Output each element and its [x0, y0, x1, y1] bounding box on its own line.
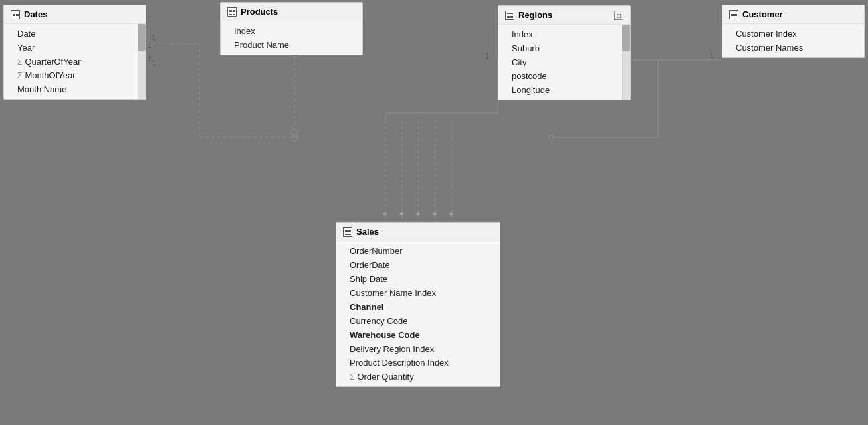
list-item[interactable]: Channel	[336, 300, 500, 314]
svg-text:1: 1	[152, 33, 156, 41]
list-item[interactable]: Index	[221, 24, 362, 38]
svg-text:✶: ✶	[398, 210, 405, 219]
dates-scrollbar[interactable]	[138, 24, 146, 99]
svg-text:✶: ✶	[431, 210, 438, 219]
customer-table-icon	[729, 10, 738, 19]
svg-marker-7	[290, 128, 298, 138]
customer-table-body: Customer Index Customer Names	[722, 24, 864, 57]
svg-text:1: 1	[152, 59, 156, 67]
products-table-header: Products	[221, 3, 362, 21]
svg-text:✶: ✶	[415, 210, 421, 219]
products-table-icon	[227, 7, 237, 17]
svg-point-6	[291, 134, 298, 141]
svg-text:1: 1	[148, 55, 152, 63]
list-item[interactable]: Customer Name Index	[336, 286, 500, 300]
list-item[interactable]: Warehouse Code	[336, 328, 500, 342]
regions-scrollbar[interactable]	[622, 25, 630, 100]
regions-scrollbar-thumb[interactable]	[622, 25, 630, 51]
customer-table: Customer Customer Index Customer Names	[722, 5, 865, 58]
list-item[interactable]: QuarterOfYear	[4, 55, 146, 69]
customer-table-header: Customer	[722, 5, 864, 24]
regions-table-body: Index Suburb City postcode Longitude	[498, 25, 630, 100]
list-item[interactable]: MonthOfYear	[4, 69, 146, 82]
products-table: Products Index Product Name	[220, 2, 363, 55]
list-item[interactable]: Year	[4, 41, 146, 55]
sales-table-icon	[343, 227, 352, 237]
products-table-title: Products	[241, 7, 278, 17]
svg-text:1: 1	[485, 52, 489, 60]
list-item[interactable]: Date	[4, 27, 146, 41]
regions-table-header: Regions □	[498, 6, 630, 25]
list-item[interactable]: Suburb	[498, 41, 630, 55]
sales-table-title: Sales	[356, 227, 379, 237]
regions-table: Regions □ Index Suburb City postcode Lon…	[498, 5, 631, 100]
dates-table-header: Dates	[4, 5, 146, 24]
list-item[interactable]: postcode	[498, 69, 630, 83]
sales-table-header: Sales	[336, 223, 500, 241]
products-table-body: Index Product Name	[221, 21, 362, 55]
dates-table-title: Dates	[24, 9, 47, 19]
svg-text:✶: ✶	[381, 210, 388, 219]
list-item[interactable]: Currency Code	[336, 314, 500, 328]
list-item[interactable]: Longitude	[498, 83, 630, 97]
list-item[interactable]: Ship Date	[336, 272, 500, 286]
dates-scrollbar-thumb[interactable]	[138, 24, 146, 51]
regions-table-icon	[505, 11, 514, 20]
regions-expand-button[interactable]: □	[614, 11, 623, 20]
list-item[interactable]: Month Name	[4, 82, 146, 96]
list-item[interactable]: City	[498, 55, 630, 69]
list-item[interactable]: Index	[498, 27, 630, 41]
sales-table-body: OrderNumber OrderDate Ship Date Customer…	[336, 241, 500, 386]
customer-table-title: Customer	[742, 9, 783, 19]
sales-table: Sales OrderNumber OrderDate Ship Date Cu…	[336, 222, 500, 387]
svg-text:1: 1	[710, 51, 714, 59]
list-item[interactable]: OrderDate	[336, 258, 500, 272]
regions-header-controls: □	[611, 11, 623, 20]
svg-text:✶: ✶	[448, 210, 455, 219]
list-item[interactable]: Product Description Index	[336, 356, 500, 370]
dates-table: Dates Date Year QuarterOfYear MonthOfYea…	[3, 5, 146, 100]
dates-table-icon	[11, 10, 20, 19]
regions-table-title: Regions	[518, 10, 552, 20]
list-item[interactable]: OrderNumber	[336, 244, 500, 258]
svg-point-25	[549, 135, 554, 140]
dates-table-body: Date Year QuarterOfYear MonthOfYear Mont…	[4, 24, 146, 99]
list-item[interactable]: Customer Index	[722, 27, 864, 41]
svg-text:1: 1	[148, 41, 152, 49]
list-item[interactable]: Delivery Region Index	[336, 342, 500, 356]
list-item[interactable]: Customer Names	[722, 41, 864, 55]
list-item[interactable]: Order Quantity	[336, 370, 500, 384]
list-item[interactable]: Product Name	[221, 38, 362, 52]
